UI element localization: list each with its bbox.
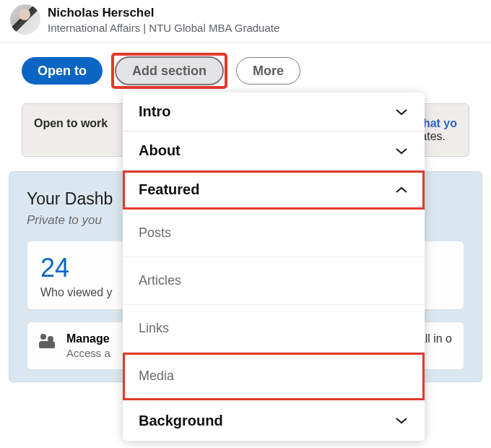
chevron-down-icon xyxy=(394,416,409,425)
dropdown-articles[interactable]: Articles xyxy=(123,257,425,305)
dropdown-intro[interactable]: Intro xyxy=(123,92,425,132)
manage-title: Manage xyxy=(66,332,110,345)
avatar[interactable] xyxy=(10,4,40,35)
dropdown-posts[interactable]: Posts xyxy=(123,210,425,257)
chevron-up-icon xyxy=(394,186,409,194)
dropdown-posts-label: Posts xyxy=(139,225,171,241)
users-icon xyxy=(39,334,56,351)
profile-name[interactable]: Nicholas Herschel xyxy=(48,6,279,20)
profile-header: Nicholas Herschel International Affairs … xyxy=(0,0,491,43)
dropdown-articles-label: Articles xyxy=(139,273,181,288)
dropdown-about[interactable]: About xyxy=(123,132,425,171)
add-section-button[interactable]: Add section xyxy=(115,56,224,85)
dropdown-links-label: Links xyxy=(139,321,169,336)
add-section-highlight: Add section xyxy=(113,54,226,87)
add-section-dropdown: Intro About Featured Posts Articles Link… xyxy=(123,92,425,441)
chevron-down-icon xyxy=(394,147,409,155)
dropdown-featured[interactable]: Featured xyxy=(123,171,425,210)
dropdown-background-label: Background xyxy=(139,413,223,429)
manage-subtitle: Access a xyxy=(66,347,110,359)
open-to-work-title: Open to work xyxy=(34,117,108,143)
dropdown-media[interactable]: Media xyxy=(123,353,425,400)
dropdown-featured-label: Featured xyxy=(139,181,199,198)
manage-text: Manage Access a xyxy=(66,332,110,359)
more-button[interactable]: More xyxy=(236,57,300,85)
dropdown-intro-label: Intro xyxy=(139,103,170,120)
profile-identity: Nicholas Herschel International Affairs … xyxy=(48,6,279,34)
dropdown-links[interactable]: Links xyxy=(123,305,425,353)
dropdown-background[interactable]: Background xyxy=(123,400,425,441)
profile-actions-row: Open to Add section More xyxy=(0,43,491,99)
profile-headline: International Affairs | NTU Global MBA G… xyxy=(48,22,279,34)
dropdown-media-label: Media xyxy=(139,369,174,384)
dropdown-about-label: About xyxy=(139,142,181,159)
chevron-down-icon xyxy=(394,108,409,116)
open-to-button[interactable]: Open to xyxy=(22,57,103,85)
